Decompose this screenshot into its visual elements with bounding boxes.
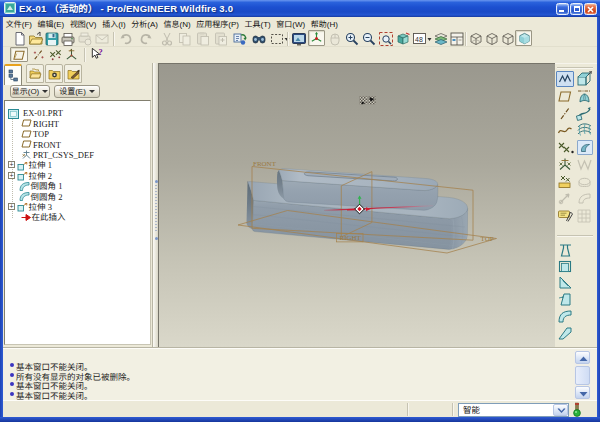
- send-icon[interactable]: [94, 31, 110, 47]
- draft-tool-icon[interactable]: [557, 292, 574, 307]
- chamfer-tool-icon[interactable]: [557, 326, 574, 341]
- datum-label-right[interactable]: RIGHT: [340, 234, 362, 242]
- datum-axes-toggle[interactable]: [31, 47, 46, 62]
- refit-icon[interactable]: [378, 31, 394, 47]
- graphics-area[interactable]: FRONT RIGHT TOP: [158, 63, 555, 347]
- menu-tools[interactable]: 工具(T): [242, 18, 274, 29]
- selection-filter-combo[interactable]: 智能: [458, 403, 569, 417]
- tree-item[interactable]: 倒圆角 2: [31, 192, 63, 202]
- menu-view[interactable]: 视图(V): [67, 18, 99, 29]
- tab-model-tree[interactable]: [4, 64, 22, 85]
- rib-tool-icon[interactable]: [557, 275, 574, 290]
- saved-views-icon[interactable]: [395, 31, 411, 47]
- flange-icon[interactable]: [576, 191, 593, 206]
- tree-item[interactable]: 拉伸 3: [29, 202, 52, 212]
- zoom-out-icon[interactable]: [361, 31, 377, 47]
- sketch-tool-button[interactable]: [556, 71, 574, 87]
- save-icon[interactable]: [44, 31, 60, 47]
- tree-expander[interactable]: +: [8, 161, 15, 168]
- regenerate-icon[interactable]: [232, 31, 248, 47]
- menu-help[interactable]: 帮助(H): [308, 18, 341, 29]
- tree-item[interactable]: EX-01.PRT: [23, 108, 63, 118]
- tree-item[interactable]: TOP: [33, 129, 49, 139]
- shell-tool-icon[interactable]: [557, 259, 574, 274]
- menu-applications[interactable]: 应用程序(P): [193, 18, 241, 29]
- named-view-list-icon[interactable]: 48: [412, 31, 432, 47]
- datum-curve-tool-icon[interactable]: [557, 123, 573, 138]
- maximize-button[interactable]: [570, 3, 583, 15]
- scroll-up-button[interactable]: [575, 351, 590, 364]
- scrollbar-thumb[interactable]: [575, 366, 590, 385]
- menu-insert[interactable]: 插入(I): [99, 18, 128, 29]
- tree-item[interactable]: 拉伸 2: [29, 171, 52, 181]
- no-hidden-icon[interactable]: [500, 31, 516, 47]
- pattern-icon[interactable]: [576, 208, 593, 224]
- tree-item[interactable]: 在此插入: [32, 212, 66, 222]
- orient-mode-icon[interactable]: [327, 31, 343, 47]
- menu-analysis[interactable]: 分析(A): [129, 18, 161, 29]
- settings-button[interactable]: 设置(E): [54, 85, 100, 98]
- message-scrollbar[interactable]: [574, 350, 591, 400]
- redo-icon[interactable]: [138, 31, 154, 47]
- warp-icon[interactable]: [576, 157, 593, 172]
- csys-tool-icon[interactable]: [557, 157, 573, 172]
- datum-planes-toggle[interactable]: [10, 47, 28, 62]
- datum-label-top[interactable]: TOP: [481, 235, 494, 243]
- find-icon[interactable]: [251, 31, 267, 47]
- round-tool-icon[interactable]: [557, 309, 574, 324]
- zoom-in-icon[interactable]: [344, 31, 360, 47]
- context-help-icon[interactable]: ?: [89, 47, 105, 62]
- tree-item[interactable]: 拉伸 1: [29, 160, 52, 170]
- print-preview-icon[interactable]: [77, 31, 93, 47]
- menu-file[interactable]: 文件(F): [3, 18, 35, 29]
- datum-plane-tool-icon[interactable]: [557, 89, 573, 104]
- csys-toggle[interactable]: [64, 47, 79, 62]
- menu-window[interactable]: 窗口(W): [274, 18, 308, 29]
- wireframe-icon[interactable]: [468, 31, 484, 47]
- show-button[interactable]: 显示(O): [10, 85, 50, 98]
- shaded-button[interactable]: [515, 30, 532, 46]
- revolve-tool-icon[interactable]: [576, 89, 593, 104]
- style-tool-button[interactable]: [577, 140, 593, 155]
- tab-folder-browser[interactable]: [26, 64, 44, 83]
- menu-edit[interactable]: 编辑(E): [35, 18, 67, 29]
- spin-center-button[interactable]: [308, 30, 325, 46]
- hole-std-icon[interactable]: [576, 174, 593, 189]
- copy-icon[interactable]: [177, 31, 193, 47]
- boundary-blend-tool-icon[interactable]: [576, 123, 593, 138]
- status-light-icon[interactable]: [572, 402, 582, 417]
- combo-dropdown-button[interactable]: [553, 404, 568, 416]
- analysis-icon[interactable]: [557, 191, 573, 206]
- hole-tool-icon[interactable]: [557, 243, 574, 258]
- redraw-icon[interactable]: [291, 31, 307, 47]
- open-icon[interactable]: [28, 31, 44, 47]
- cut-icon[interactable]: [159, 31, 175, 47]
- tree-item[interactable]: PRT_CSYS_DEF: [33, 150, 94, 160]
- new-icon[interactable]: [12, 31, 28, 47]
- tree-item[interactable]: FRONT: [33, 140, 61, 150]
- sash-grip[interactable]: [155, 185, 157, 232]
- sweep-tool-icon[interactable]: [576, 106, 593, 121]
- extrude-tool-icon[interactable]: [576, 71, 593, 87]
- hidden-line-icon[interactable]: [484, 31, 500, 47]
- datum-axis-tool-icon[interactable]: [557, 106, 573, 121]
- sketched-point-tool-icon[interactable]: [557, 174, 573, 189]
- title-bar[interactable]: EX-01 （活动的） - Pro/ENGINEER Wildfire 3.0: [0, 0, 600, 17]
- paste-special-icon[interactable]: [213, 31, 229, 47]
- minimize-button[interactable]: [556, 3, 569, 15]
- paste-icon[interactable]: [195, 31, 211, 47]
- annotation-tool-icon[interactable]: [557, 208, 575, 224]
- layers-icon[interactable]: [433, 31, 449, 47]
- undo-icon[interactable]: [118, 31, 134, 47]
- print-icon[interactable]: [60, 31, 76, 47]
- menu-info[interactable]: 信息(N): [161, 18, 194, 29]
- close-button[interactable]: [584, 3, 597, 15]
- tree-expander[interactable]: +: [8, 172, 15, 179]
- datum-point-tool-icon[interactable]: [557, 140, 575, 155]
- tree-item[interactable]: 倒圆角 1: [31, 181, 63, 191]
- tree-expander[interactable]: +: [8, 203, 15, 210]
- scroll-down-button[interactable]: [575, 386, 590, 399]
- point-symbols-toggle[interactable]: [48, 47, 63, 62]
- datum-label-front[interactable]: FRONT: [253, 160, 277, 168]
- tab-connections[interactable]: [64, 64, 82, 83]
